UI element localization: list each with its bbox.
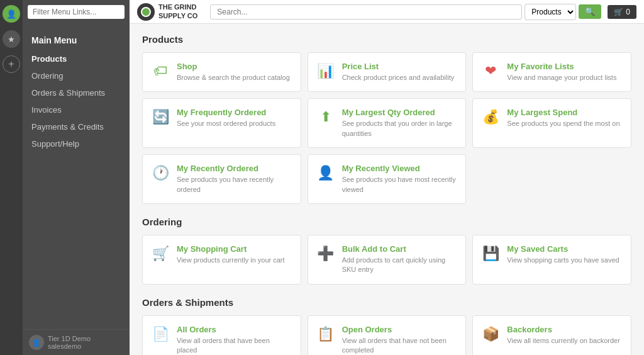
star-icon[interactable]: ★ — [3, 30, 20, 48]
price-list-icon: 📊 — [317, 63, 335, 79]
recently-viewed-icon: 👤 — [317, 165, 335, 181]
favorite-icon: ❤ — [482, 63, 499, 79]
sidebar-footer-info: Tier 1D Demo salesdemo — [48, 335, 91, 350]
recently-viewed-title: My Recently Viewed — [342, 164, 457, 173]
content-area: Products 🏷 Shop Browse & search the prod… — [130, 24, 644, 355]
logo-circle — [137, 3, 155, 21]
filter-input[interactable] — [28, 5, 125, 19]
ordering-card-grid: 🛒 My Shopping Cart View products current… — [142, 235, 631, 285]
card-largest-spend[interactable]: 💰 My Largest Spend See products you spen… — [472, 98, 631, 148]
card-recently-ordered[interactable]: 🕐 My Recently Ordered See products you h… — [142, 154, 301, 204]
recently-viewed-desc: See products you have most recently view… — [342, 175, 457, 194]
bulk-add-title: Bulk Add to Cart — [342, 244, 457, 254]
largest-qty-desc: See products that you order in large qua… — [342, 119, 457, 138]
ordering-section: Ordering 🛒 My Shopping Cart View product… — [142, 217, 631, 285]
sidebar-item-invoices[interactable]: Invoices — [23, 101, 130, 118]
card-frequently-ordered[interactable]: 🔄 My Frequently Ordered See your most or… — [142, 98, 301, 148]
favorite-desc: View and manage your product lists — [507, 73, 616, 82]
all-orders-icon: 📄 — [152, 326, 169, 342]
cart-count: 0 — [626, 8, 630, 16]
search-button[interactable]: 🔍 — [579, 4, 601, 19]
tier-label: Tier 1D Demo — [48, 335, 91, 342]
backorders-icon: 📦 — [482, 326, 499, 342]
sidebar-footer: 👤 Tier 1D Demo salesdemo — [23, 329, 130, 355]
shop-icon: 🏷 — [152, 63, 169, 79]
cart-icon: 🛒 — [614, 8, 623, 16]
shopping-cart-icon: 🛒 — [152, 245, 169, 262]
freq-ordered-title: My Frequently Ordered — [177, 108, 275, 117]
card-largest-qty[interactable]: ⬆ My Largest Qty Ordered See products th… — [308, 98, 467, 148]
bulk-add-desc: Add products to cart quickly using SKU e… — [342, 256, 457, 275]
sidebar: Main Menu Products Ordering Orders & Shi… — [23, 0, 130, 355]
recently-ordered-title: My Recently Ordered — [177, 164, 292, 173]
saved-carts-desc: View shopping carts you have saved — [507, 256, 619, 265]
search-area: Products 🔍 — [210, 4, 601, 20]
all-orders-desc: View all orders that have been placed — [177, 336, 292, 355]
open-orders-desc: View all orders that have not been compl… — [342, 336, 457, 355]
products-section-title: Products — [142, 34, 631, 45]
search-input[interactable] — [210, 4, 522, 20]
card-backorders[interactable]: 📦 Backorders View all items currently on… — [472, 315, 631, 355]
open-orders-icon: 📋 — [317, 326, 335, 342]
card-favorite-lists[interactable]: ❤ My Favorite Lists View and manage your… — [472, 52, 631, 92]
main-wrapper: THE GRIND SUPPLY CO Products 🔍 🛒 0 Produ… — [130, 0, 644, 355]
header: THE GRIND SUPPLY CO Products 🔍 🛒 0 — [130, 0, 644, 24]
orders-card-grid: 📄 All Orders View all orders that have b… — [142, 315, 631, 355]
shopping-cart-title: My Shopping Cart — [177, 244, 285, 254]
card-shopping-cart[interactable]: 🛒 My Shopping Cart View products current… — [142, 235, 301, 285]
favorite-title: My Favorite Lists — [507, 62, 616, 71]
products-section: Products 🏷 Shop Browse & search the prod… — [142, 34, 631, 204]
card-bulk-add[interactable]: ➕ Bulk Add to Cart Add products to cart … — [308, 235, 467, 285]
sidebar-item-support[interactable]: Support/Help — [23, 135, 130, 152]
card-recently-viewed[interactable]: 👤 My Recently Viewed See products you ha… — [308, 154, 467, 204]
card-price-list[interactable]: 📊 Price List Check product prices and av… — [308, 52, 467, 92]
backorders-title: Backorders — [507, 325, 620, 334]
saved-carts-icon: 💾 — [482, 245, 499, 262]
search-category-select[interactable]: Products — [525, 4, 576, 20]
freq-ordered-desc: See your most ordered products — [177, 119, 275, 128]
backorders-desc: View all items currently on backorder — [507, 336, 620, 346]
ordering-section-title: Ordering — [142, 217, 631, 227]
open-orders-title: Open Orders — [342, 325, 457, 334]
freq-ordered-icon: 🔄 — [152, 109, 169, 125]
products-card-grid: 🏷 Shop Browse & search the product catal… — [142, 52, 631, 204]
sidebar-item-orders-shipments[interactable]: Orders & Shipments — [23, 84, 130, 101]
sidebar-item-payments-credits[interactable]: Payments & Credits — [23, 118, 130, 135]
largest-spend-desc: See products you spend the most on — [507, 119, 619, 128]
recently-ordered-desc: See products you have recently ordered — [177, 175, 292, 194]
saved-carts-title: My Saved Carts — [507, 244, 619, 254]
card-saved-carts[interactable]: 💾 My Saved Carts View shopping carts you… — [472, 235, 631, 285]
logo-text: THE GRIND SUPPLY CO — [158, 3, 197, 20]
sidebar-title: Main Menu — [23, 29, 130, 50]
recently-ordered-icon: 🕐 — [152, 165, 169, 181]
card-shop[interactable]: 🏷 Shop Browse & search the product catal… — [142, 52, 301, 92]
price-list-desc: Check product prices and availability — [342, 73, 455, 82]
largest-qty-title: My Largest Qty Ordered — [342, 108, 457, 117]
add-icon[interactable]: + — [3, 55, 20, 73]
orders-section-title: Orders & Shipments — [142, 297, 631, 308]
sidebar-nav: Main Menu Products Ordering Orders & Shi… — [23, 24, 130, 329]
largest-spend-icon: 💰 — [482, 109, 499, 125]
orders-shipments-section: Orders & Shipments 📄 All Orders View all… — [142, 297, 631, 355]
price-list-title: Price List — [342, 62, 455, 71]
card-all-orders[interactable]: 📄 All Orders View all orders that have b… — [142, 315, 301, 355]
shop-desc: Browse & search the product catalog — [177, 73, 290, 82]
sidebar-item-products[interactable]: Products — [23, 50, 130, 67]
largest-qty-icon: ⬆ — [317, 109, 335, 125]
left-rail: 👤 ★ + — [0, 0, 23, 355]
largest-spend-title: My Largest Spend — [507, 108, 619, 117]
user-icon[interactable]: 👤 — [3, 5, 20, 23]
cart-button[interactable]: 🛒 0 — [608, 5, 636, 19]
bulk-add-icon: ➕ — [317, 245, 335, 262]
user-footer-icon: 👤 — [29, 335, 44, 350]
card-open-orders[interactable]: 📋 Open Orders View all orders that have … — [308, 315, 467, 355]
shopping-cart-desc: View products currently in your cart — [177, 256, 285, 265]
logo-area: THE GRIND SUPPLY CO — [137, 3, 197, 21]
sidebar-filter-area — [23, 0, 130, 24]
all-orders-title: All Orders — [177, 325, 292, 334]
shop-title: Shop — [177, 62, 290, 71]
user-label: salesdemo — [48, 342, 91, 350]
sidebar-item-ordering[interactable]: Ordering — [23, 67, 130, 84]
logo-inner — [141, 7, 151, 17]
